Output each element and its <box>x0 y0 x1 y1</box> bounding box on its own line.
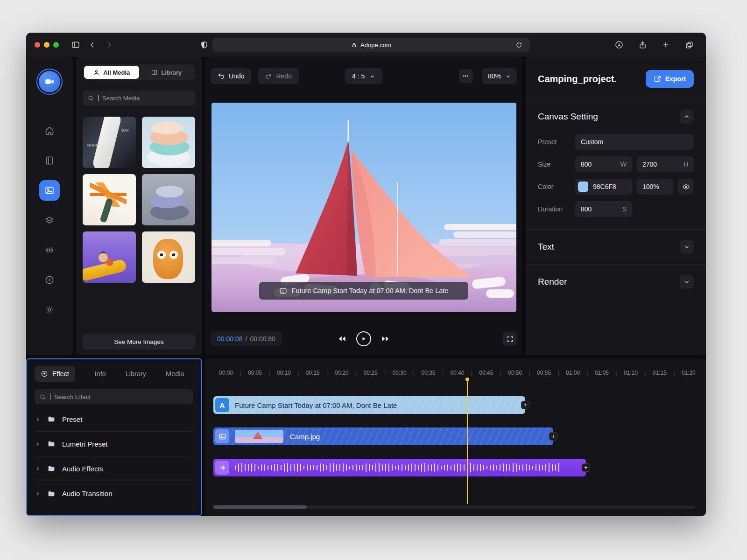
redo-button[interactable]: Redo <box>258 68 298 84</box>
text-section-header[interactable]: Text <box>538 230 694 264</box>
height-field[interactable]: H <box>637 156 694 172</box>
effect-search-input[interactable] <box>54 393 189 400</box>
media-thumbnail-kayak-kid[interactable] <box>83 231 136 283</box>
media-thumbnail-pastel-discs[interactable] <box>142 117 195 168</box>
media-search[interactable] <box>83 91 195 105</box>
opacity-input[interactable] <box>642 183 668 190</box>
sidebar-item-projects[interactable] <box>39 150 60 171</box>
media-search-input[interactable] <box>102 95 190 102</box>
tab-media[interactable]: Media <box>166 370 184 378</box>
image-track-clip[interactable]: Camp.jpg + <box>213 427 553 445</box>
window-controls <box>35 42 59 48</box>
tab-effect[interactable]: Effect <box>35 366 75 382</box>
tick-divider: | <box>587 370 588 376</box>
downloads-icon[interactable] <box>613 38 626 51</box>
audio-track-icon <box>215 461 229 475</box>
effect-item-preset[interactable]: Preset <box>35 407 193 432</box>
export-button[interactable]: Export <box>646 70 694 88</box>
transport-controls <box>337 331 391 346</box>
tick-label: 01:00 <box>566 370 580 376</box>
media-thumbnail-day-night[interactable]: NIGHT DAY <box>83 117 136 168</box>
opacity-field[interactable] <box>637 179 673 195</box>
aspect-ratio-select[interactable]: 4 : 5 <box>345 68 382 84</box>
clip-thumbnail <box>235 430 283 443</box>
fast-forward-button[interactable] <box>381 334 391 344</box>
tab-library-effects[interactable]: Library <box>126 370 146 378</box>
text-expand-button[interactable] <box>680 240 694 254</box>
undo-button[interactable]: Undo <box>211 68 251 84</box>
tab-library[interactable]: Library <box>139 66 194 79</box>
tab-all-media[interactable]: All Media <box>84 66 139 79</box>
more-options-button[interactable]: ••• <box>459 69 473 83</box>
effect-item-audio-transition[interactable]: Audio Transition <box>35 481 193 506</box>
play-button[interactable] <box>356 331 371 346</box>
tick-label: 01:15 <box>653 370 667 376</box>
timeline-ruler[interactable]: 00:00|00:05|00:10|00:15|00:20|00:25|00:3… <box>219 370 696 376</box>
tick-divider: | <box>500 370 501 376</box>
preset-field[interactable] <box>575 134 694 150</box>
visibility-toggle-button[interactable] <box>678 179 694 195</box>
timeline-scrollbar-thumb[interactable] <box>213 505 307 509</box>
sidebar-item-layers[interactable] <box>39 210 60 231</box>
thumbnail-day-label: DAY <box>121 129 129 132</box>
canvas-caption[interactable]: Future Camp Start Today at 07:00 AM, Don… <box>259 282 468 300</box>
audio-track-clip[interactable]: + <box>213 459 586 476</box>
tabs-overview-icon[interactable] <box>683 38 696 51</box>
width-field[interactable]: W <box>575 156 632 172</box>
sidebar-item-media[interactable] <box>39 180 60 201</box>
preset-input[interactable] <box>581 138 688 146</box>
effect-item-lumetri-preset[interactable]: Lumetri Preset <box>35 432 193 456</box>
chevron-down-icon <box>684 279 690 285</box>
media-thumbnail-stones[interactable] <box>142 174 195 225</box>
refresh-icon[interactable] <box>514 40 524 50</box>
width-input[interactable] <box>581 161 617 168</box>
text-track-clip[interactable]: A Future Camp Start Today at 07:00 AM, D… <box>213 396 525 414</box>
shield-icon[interactable] <box>197 38 211 51</box>
add-audio-clip-button[interactable]: + <box>582 463 590 472</box>
share-icon[interactable] <box>636 38 649 51</box>
media-panel: All Media Library NIGHT DAY <box>76 57 202 355</box>
add-image-clip-button[interactable]: + <box>549 432 557 441</box>
preview-canvas[interactable]: Future Camp Start Today at 07:00 AM, Don… <box>211 103 516 312</box>
color-field[interactable] <box>575 179 632 195</box>
tick-label: 00:10 <box>277 370 291 376</box>
render-section-header[interactable]: Render <box>538 265 694 299</box>
color-hex-input[interactable] <box>593 183 627 190</box>
height-input[interactable] <box>642 161 680 168</box>
duration-input[interactable] <box>581 205 619 213</box>
current-time: 00:00:08 <box>217 335 243 343</box>
address-bar[interactable]: Adope.com <box>212 38 530 52</box>
see-more-images-button[interactable]: See More Images <box>83 334 195 350</box>
forward-icon[interactable] <box>103 38 116 51</box>
media-thumbnail-flower[interactable] <box>83 174 136 225</box>
effect-item-audio-effects[interactable]: Audio Effects <box>35 456 193 481</box>
effect-search[interactable] <box>35 389 193 404</box>
fullscreen-button[interactable] <box>503 332 517 346</box>
back-icon[interactable] <box>86 38 99 51</box>
new-tab-icon[interactable] <box>659 38 672 51</box>
tick-label: 00:25 <box>364 370 378 376</box>
sidebar-item-audio[interactable] <box>39 240 60 260</box>
render-expand-button[interactable] <box>680 275 694 289</box>
add-text-clip-button[interactable]: + <box>521 401 529 409</box>
sidebar-toggle-icon[interactable] <box>69 38 82 51</box>
rewind-button[interactable] <box>337 334 347 344</box>
duration-field[interactable]: S <box>575 201 632 217</box>
sidebar-item-settings[interactable] <box>39 300 60 320</box>
sidebar-item-effects[interactable] <box>39 270 60 290</box>
timeline-scrollbar[interactable] <box>213 505 695 509</box>
canvas-setting-collapse-button[interactable] <box>680 110 694 124</box>
folder-icon <box>47 415 56 423</box>
minimize-window-button[interactable] <box>44 42 49 48</box>
sidebar-nav <box>39 120 60 320</box>
media-thumbnail-furry-character[interactable] <box>142 231 195 283</box>
zoom-window-button[interactable] <box>53 42 59 48</box>
tab-info[interactable]: Info <box>95 370 106 378</box>
color-swatch[interactable] <box>578 182 588 192</box>
zoom-select[interactable]: 80% <box>482 68 517 84</box>
sidebar-item-home[interactable] <box>39 120 60 141</box>
app-logo[interactable] <box>39 71 60 92</box>
close-window-button[interactable] <box>35 42 40 48</box>
playhead[interactable] <box>467 379 468 504</box>
chevron-right-icon <box>35 416 41 422</box>
